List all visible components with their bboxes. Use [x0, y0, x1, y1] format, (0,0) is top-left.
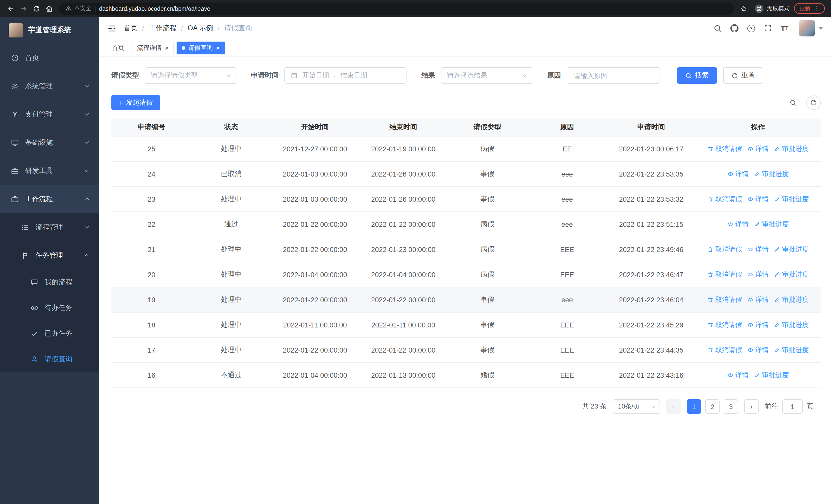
action-cancel-link[interactable]: 取消请假: [707, 245, 742, 254]
security-warning[interactable]: 不安全: [65, 5, 91, 12]
tab-close-icon[interactable]: ×: [165, 45, 169, 51]
action-detail-link[interactable]: 详情: [747, 320, 769, 329]
action-progress-link[interactable]: 审批进度: [774, 270, 809, 279]
action-cancel-link[interactable]: 取消请假: [707, 346, 742, 355]
action-detail-link[interactable]: 详情: [747, 144, 769, 153]
sidebar-item-process-mgmt[interactable]: 流程管理: [0, 213, 99, 241]
sidebar-item-workflow[interactable]: 工作流程: [0, 185, 99, 213]
action-detail-link[interactable]: 详情: [727, 370, 749, 380]
sidebar-collapse-button[interactable]: [107, 24, 116, 33]
tab-close-icon[interactable]: ×: [216, 45, 220, 51]
sidebar-item-infra[interactable]: 基础设施: [0, 128, 99, 156]
browser-home-button[interactable]: [42, 2, 55, 15]
action-progress-link[interactable]: 审批进度: [774, 295, 809, 304]
github-button[interactable]: [730, 24, 738, 32]
breadcrumb-item[interactable]: 工作流程: [149, 24, 177, 33]
header-search-button[interactable]: [713, 24, 721, 32]
action-progress-link[interactable]: 审批进度: [774, 320, 809, 329]
action-progress-link[interactable]: 审批进度: [774, 195, 809, 204]
sidebar-item-label: 我的流程: [45, 278, 73, 287]
font-size-button[interactable]: TT: [780, 24, 789, 32]
user-menu[interactable]: [799, 20, 823, 36]
table-row: 19处理中2022-01-22 00:00:002022-01-22 00:00…: [111, 288, 821, 313]
browser-update-button[interactable]: 更新 ⋮: [794, 3, 825, 14]
browser-forward-button[interactable]: [17, 2, 30, 15]
eye-icon: [727, 221, 733, 227]
action-detail-link[interactable]: 详情: [747, 270, 769, 279]
toolbar-search-toggle-button[interactable]: [786, 95, 800, 110]
cell-id: 23: [111, 187, 192, 211]
browser-back-button[interactable]: [4, 2, 17, 15]
action-detail-link[interactable]: 详情: [747, 195, 769, 204]
action-cancel-link[interactable]: 取消请假: [707, 195, 742, 204]
action-detail-link[interactable]: 详情: [727, 220, 749, 229]
breadcrumb-item[interactable]: 首页: [124, 24, 138, 33]
user-avatar[interactable]: [799, 20, 815, 36]
action-detail-link[interactable]: 详情: [747, 245, 769, 254]
action-progress-link[interactable]: 审批进度: [754, 169, 789, 179]
action-progress-link[interactable]: 审批进度: [774, 144, 809, 153]
action-label: 取消请假: [715, 270, 742, 279]
address-bar[interactable]: 不安全 dashboard.yudao.iocoder.cn/bpm/oa/le…: [59, 2, 734, 14]
leave-type-placeholder: 请选择请假类型: [151, 71, 198, 80]
toolbar-refresh-button[interactable]: [806, 95, 821, 110]
font-size-small-icon: T: [785, 26, 789, 31]
cell-id: 17: [111, 338, 192, 362]
action-progress-link[interactable]: 审批进度: [774, 245, 809, 254]
page-button-1[interactable]: 1: [687, 399, 701, 414]
sidebar-item-devtools[interactable]: 研发工具: [0, 156, 99, 185]
pagination-next-button[interactable]: ›: [744, 399, 758, 414]
action-progress-link[interactable]: 审批进度: [774, 346, 809, 355]
sidebar-item-system[interactable]: 系统管理: [0, 72, 99, 100]
breadcrumb-item[interactable]: OA 示例: [188, 24, 213, 33]
reason-input[interactable]: [573, 71, 654, 80]
tab-home[interactable]: 首页: [107, 41, 130, 54]
page-button-3[interactable]: 3: [724, 399, 738, 414]
leave-type-select[interactable]: 请选择请假类型: [145, 67, 236, 84]
action-detail-link[interactable]: 详情: [727, 169, 749, 179]
apply-time-range-input[interactable]: 开始日期 - 结束日期: [284, 67, 406, 84]
tab-active-dot: [181, 46, 185, 50]
sidebar-item-todo-task[interactable]: 待办任务: [0, 295, 99, 321]
chevron-down-icon: [651, 404, 656, 408]
table-toolbar: + 发起请假: [111, 95, 821, 110]
sidebar-item-home[interactable]: 首页: [0, 43, 99, 72]
action-cancel-link[interactable]: 取消请假: [707, 295, 742, 304]
table-row: 23处理中2022-01-03 00:00:002022-01-26 00:00…: [111, 187, 821, 212]
tab-leave-query[interactable]: 请假查询×: [176, 41, 225, 54]
cell-leave-type: 事假: [448, 313, 527, 337]
result-select[interactable]: 请选择流结果: [441, 67, 532, 84]
help-button[interactable]: ?: [747, 24, 755, 32]
browser-reload-button[interactable]: [30, 2, 42, 15]
action-detail-link[interactable]: 详情: [747, 346, 769, 355]
create-leave-button[interactable]: + 发起请假: [111, 95, 160, 110]
action-cancel-link[interactable]: 取消请假: [707, 270, 742, 279]
action-detail-link[interactable]: 详情: [747, 295, 769, 304]
row-actions: 取消请假详情审批进度: [695, 288, 821, 312]
apply-time-label: 申请时间: [251, 71, 279, 80]
page-size-select[interactable]: 10条/页: [613, 399, 660, 414]
fullscreen-button[interactable]: [764, 24, 772, 32]
pagination-prev-button[interactable]: ‹: [666, 399, 681, 414]
bookmark-star-button[interactable]: [738, 2, 750, 14]
action-progress-link[interactable]: 审批进度: [754, 370, 789, 380]
search-button[interactable]: 搜索: [677, 67, 717, 84]
page-button-2[interactable]: 2: [705, 399, 720, 414]
row-actions: 取消请假详情审批进度: [695, 137, 821, 161]
sidebar-item-task-mgmt[interactable]: 任务管理: [0, 241, 99, 269]
sidebar-item-leave-query[interactable]: 请假查询: [0, 347, 99, 372]
action-cancel-link[interactable]: 取消请假: [707, 320, 742, 329]
action-cancel-link[interactable]: 取消请假: [707, 144, 742, 153]
reset-button[interactable]: 重置: [723, 67, 763, 84]
tab-process-detail[interactable]: 流程详情×: [132, 41, 174, 54]
sidebar-item-done-task[interactable]: 已办任务: [0, 321, 99, 347]
goto-page-input[interactable]: [782, 399, 803, 414]
sidebar-item-payment[interactable]: ¥支付管理: [0, 100, 99, 128]
cell-reason: eee: [527, 288, 607, 312]
page-content: 请假类型 请选择请假类型 申请时间 开始日期 - 结束日期: [99, 56, 831, 504]
sidebar-item-my-process[interactable]: 我的流程: [0, 269, 99, 295]
browser-menu-dots-icon[interactable]: ⋮: [813, 5, 820, 12]
hamburger-collapse-icon: [107, 24, 116, 33]
action-progress-link[interactable]: 审批进度: [754, 220, 789, 229]
column-header: 操作: [695, 119, 821, 136]
